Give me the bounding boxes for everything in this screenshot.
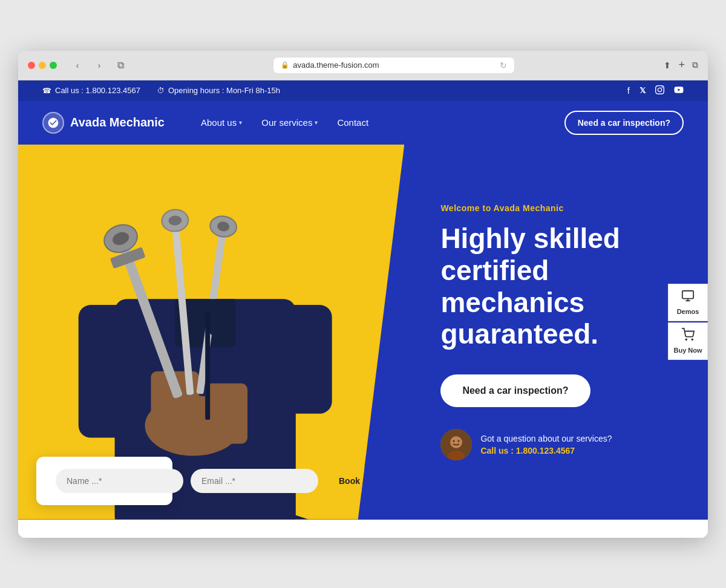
svg-rect-12 — [205, 383, 247, 443]
top-bar: ☎ Call us : 1.800.123.4567 ⏱ Opening hou… — [18, 80, 708, 101]
hero-contact-row: Got a question about our services? Call … — [440, 429, 678, 460]
hero-content-side: Welcome to Avada Mechanic Highly skilled… — [404, 145, 708, 520]
svg-point-26 — [450, 436, 462, 448]
browser-window: ‹ › ⧉ 🔒 avada.theme-fusion.com ↻ ⬆ + ⧉ ☎… — [18, 51, 708, 538]
svg-rect-9 — [278, 305, 332, 414]
svg-rect-8 — [79, 305, 133, 437]
phone-icon: ☎ — [42, 87, 51, 95]
phone-label: Call us : 1.800.123.4567 — [55, 86, 140, 95]
forward-button[interactable]: › — [91, 57, 108, 74]
hero-section: Book appointment Welcome to Avada Mechan… — [18, 145, 708, 520]
name-input[interactable] — [56, 469, 183, 493]
phone-item: ☎ Call us : 1.800.123.4567 — [42, 86, 140, 95]
hero-title: Highly skilled certified mechanics guara… — [440, 223, 678, 351]
facebook-icon[interactable]: f — [627, 85, 630, 96]
navbar: Avada Mechanic About us ▾ Our services ▾… — [18, 101, 708, 145]
hero-contact-text: Got a question about our services? Call … — [480, 434, 612, 456]
nav-links: About us ▾ Our services ▾ Contact — [201, 117, 540, 128]
youtube-icon[interactable] — [674, 85, 684, 96]
twitter-icon[interactable]: 𝕏 — [639, 86, 646, 95]
below-hero — [18, 520, 708, 538]
about-chevron: ▾ — [239, 119, 242, 126]
demos-icon — [681, 289, 695, 305]
top-bar-left: ☎ Call us : 1.800.123.4567 ⏱ Opening hou… — [42, 86, 280, 95]
svg-point-29 — [458, 440, 460, 442]
hero-inspection-button[interactable]: Need a car inspection? — [440, 374, 590, 407]
svg-rect-0 — [682, 290, 693, 298]
demos-label: Demos — [677, 308, 699, 316]
tabs-icon[interactable]: ⧉ — [692, 60, 698, 70]
lock-icon: 🔒 — [281, 61, 289, 69]
logo-icon — [42, 112, 64, 134]
demos-button[interactable]: Demos — [668, 284, 708, 321]
svg-point-4 — [692, 339, 693, 340]
hero-wrapper: Demos Buy Now — [18, 145, 708, 538]
buy-now-label: Buy Now — [673, 347, 702, 354]
contact-question: Got a question about our services? — [480, 434, 612, 443]
buy-now-button[interactable]: Buy Now — [668, 322, 708, 360]
cart-icon — [681, 328, 695, 344]
contact-phone: Call us : 1.800.123.4567 — [480, 446, 612, 456]
instagram-icon[interactable] — [655, 85, 664, 96]
services-chevron: ▾ — [315, 119, 318, 126]
email-input[interactable] — [191, 469, 318, 493]
hero-image-side: Book appointment — [18, 145, 404, 520]
booking-form: Book appointment — [36, 457, 172, 505]
social-links: f 𝕏 — [627, 85, 684, 96]
browser-nav: ‹ › — [69, 57, 108, 74]
svg-point-3 — [685, 339, 687, 340]
svg-point-28 — [453, 440, 455, 442]
nav-services[interactable]: Our services ▾ — [261, 117, 318, 128]
logo-text: Avada Mechanic — [70, 116, 165, 129]
hours-label: Opening hours : Mon-Fri 8h-15h — [168, 86, 280, 95]
url-text: avada.theme-fusion.com — [293, 60, 379, 70]
logo[interactable]: Avada Mechanic — [42, 112, 165, 134]
share-icon[interactable]: ⬆ — [664, 60, 671, 70]
maximize-button[interactable] — [50, 62, 57, 69]
website-content: ☎ Call us : 1.800.123.4567 ⏱ Opening hou… — [18, 80, 708, 538]
minimize-button[interactable] — [39, 62, 46, 69]
browser-actions: ⬆ + ⧉ — [664, 59, 698, 71]
new-tab-icon[interactable]: + — [678, 59, 685, 71]
hours-item: ⏱ Opening hours : Mon-Fri 8h-15h — [157, 86, 280, 95]
hero-avatar — [440, 429, 472, 460]
clock-icon: ⏱ — [157, 87, 165, 95]
hero-subtitle: Welcome to Avada Mechanic — [440, 203, 678, 213]
reload-icon[interactable]: ↻ — [500, 60, 507, 70]
svg-rect-24 — [205, 311, 210, 420]
nav-about[interactable]: About us ▾ — [201, 117, 242, 128]
back-button[interactable]: ‹ — [69, 57, 86, 74]
floating-sidebar: Demos Buy Now — [668, 284, 708, 360]
close-button[interactable] — [28, 62, 35, 69]
avatar-svg — [440, 429, 472, 460]
nav-cta-button[interactable]: Need a car inspection? — [564, 111, 684, 135]
address-bar[interactable]: 🔒 avada.theme-fusion.com ↻ — [273, 57, 515, 74]
traffic-lights — [28, 62, 57, 69]
tab-icon: ⧉ — [117, 60, 124, 71]
browser-titlebar: ‹ › ⧉ 🔒 avada.theme-fusion.com ↻ ⬆ + ⧉ — [18, 51, 708, 80]
nav-contact[interactable]: Contact — [337, 117, 368, 128]
